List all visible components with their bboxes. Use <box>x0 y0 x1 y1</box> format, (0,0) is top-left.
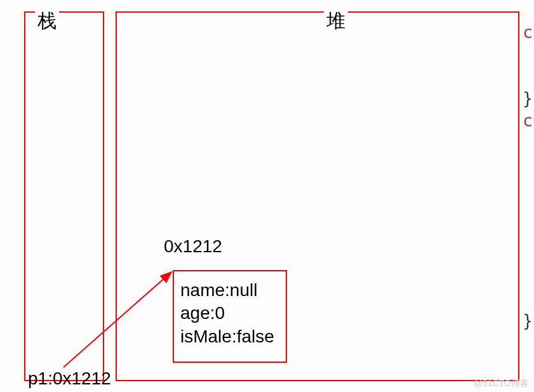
heap-address-label: 0x1212 <box>164 236 222 257</box>
object-field-name: name:null <box>180 279 279 302</box>
stack-box <box>24 11 104 381</box>
side-fragment-brace2: } <box>523 311 533 330</box>
side-fragment-brace1: } <box>523 89 533 108</box>
stack-variable-label: p1:0x1212 <box>28 368 111 389</box>
heap-object-box: name:null age:0 isMale:false <box>173 270 287 363</box>
heap-label: 堆 <box>324 8 348 34</box>
object-field-ismale: isMale:false <box>180 325 279 348</box>
stack-label: 栈 <box>35 8 59 34</box>
side-fragment-c1: c <box>523 23 533 42</box>
watermark: @51CTO博客 <box>474 378 529 389</box>
side-fragment-c2: c <box>523 111 533 130</box>
object-field-age: age:0 <box>180 302 279 325</box>
